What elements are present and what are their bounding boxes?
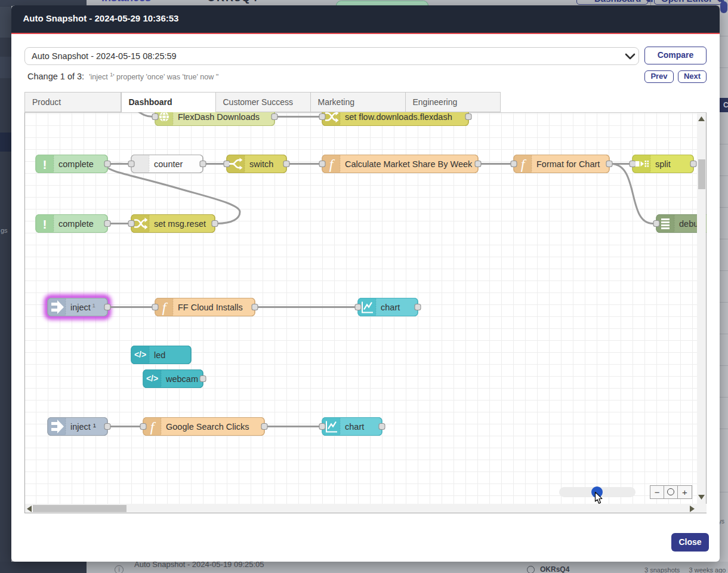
svg-text:chart: chart [345,422,364,432]
svg-text:!: ! [43,158,47,171]
svg-text:led: led [154,350,165,360]
svg-text:inject ¹: inject ¹ [70,422,96,432]
svg-text:Format for Chart: Format for Chart [536,159,600,169]
svg-text:Calculate Market Share By Week: Calculate Market Share By Week [345,159,473,169]
svg-text:set msg.reset: set msg.reset [154,219,206,229]
svg-text:counter: counter [154,159,183,169]
svg-text:split: split [655,159,671,169]
svg-text:FF Cloud Installs: FF Cloud Installs [178,303,243,312]
svg-text:Google Search Clicks: Google Search Clicks [166,422,249,432]
svg-text:webcam: webcam [165,374,198,384]
svg-text:</>: </> [134,350,146,359]
svg-text:switch: switch [249,159,273,169]
svg-text:complete: complete [58,219,94,229]
svg-text:set flow.downloads.flexdash: set flow.downloads.flexdash [345,112,452,122]
svg-text:</>: </> [146,374,158,383]
svg-text:chart: chart [381,303,400,312]
svg-text:FlexDash Downloads: FlexDash Downloads [178,112,260,122]
svg-text:complete: complete [58,159,94,169]
svg-text:!: ! [43,217,47,231]
